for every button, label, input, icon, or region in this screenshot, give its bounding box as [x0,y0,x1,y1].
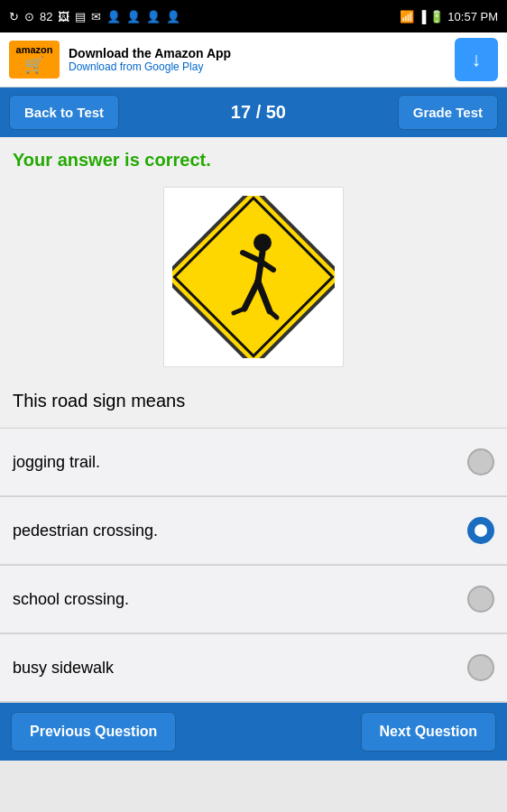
answer-feedback: Your answer is correct. [0,137,507,178]
answer-option-jogging[interactable]: jogging trail. [0,429,507,496]
image-icon: 🖼 [58,10,69,23]
status-left-icons: ↻ ⊙ 82 🖼 ▤ ✉ 👤 👤 👤 👤 [9,10,180,23]
answer-label-pedestrian: pedestrian crossing. [13,521,158,540]
mail-icon: ✉ [91,10,101,23]
answer-label-school: school crossing. [13,590,129,609]
amazon-logo: amazon 🛒 [9,41,60,78]
road-sign-image [163,187,344,367]
radio-inner-pedestrian [475,524,487,537]
sync-icon: ↻ [9,10,19,23]
correct-text: Your answer is correct. [13,150,211,170]
answer-option-school[interactable]: school crossing. [0,566,507,633]
pedestrian-crossing-sign-svg [172,196,335,358]
ad-text: Download the Amazon App Download from Go… [69,46,446,73]
user-icon-2: 👤 [126,10,141,23]
battery-icon: 🔋 [429,10,444,23]
ad-download-button[interactable]: ↓ [455,38,498,81]
radio-sidewalk[interactable] [467,654,494,681]
status-right: 📶 ▐ 🔋 10:57 PM [400,10,498,23]
clock: 10:57 PM [447,10,498,23]
question-counter: 17 / 50 [231,102,286,123]
sign-container [0,178,507,385]
answer-option-sidewalk[interactable]: busy sidewalk [0,634,507,702]
wifi-icon: 📶 [400,10,414,23]
grade-test-button[interactable]: Grade Test [398,95,498,130]
answer-option-pedestrian[interactable]: pedestrian crossing. [0,497,507,565]
user-icon-1: 👤 [106,10,121,23]
next-question-button[interactable]: Next Question [361,712,496,752]
answer-label-jogging: jogging trail. [13,453,100,472]
answer-label-sidewalk: busy sidewalk [13,659,114,678]
ad-banner[interactable]: amazon 🛒 Download the Amazon App Downloa… [0,32,507,88]
ad-subtitle: Download from Google Play [69,60,446,73]
svg-line-3 [258,252,263,281]
nav-bar: Back to Test 17 / 50 Grade Test [0,88,507,137]
previous-question-button[interactable]: Previous Question [11,712,176,752]
back-to-test-button[interactable]: Back to Test [9,95,119,130]
battery-level: 82 [40,10,52,23]
radio-school[interactable] [467,586,494,613]
alarm-icon: ⊙ [24,10,34,23]
radio-pedestrian[interactable] [467,517,494,544]
status-bar: ↻ ⊙ 82 🖼 ▤ ✉ 👤 👤 👤 👤 📶 ▐ 🔋 10:57 PM [0,0,507,32]
signal-icon: ▐ [418,10,426,23]
answers-area: jogging trail. pedestrian crossing. scho… [0,429,507,703]
ad-title: Download the Amazon App [69,46,446,60]
radio-jogging[interactable] [467,448,494,475]
bottom-nav: Previous Question Next Question [0,703,507,761]
cart-icon: 🛒 [24,55,44,75]
menu-icon: ▤ [75,10,86,23]
question-area: This road sign means [0,385,507,428]
question-text: This road sign means [13,391,185,411]
user-icon-4: 👤 [166,10,180,23]
svg-rect-0 [172,196,335,358]
amazon-name: amazon [16,44,53,55]
user-icon-3: 👤 [146,10,161,23]
